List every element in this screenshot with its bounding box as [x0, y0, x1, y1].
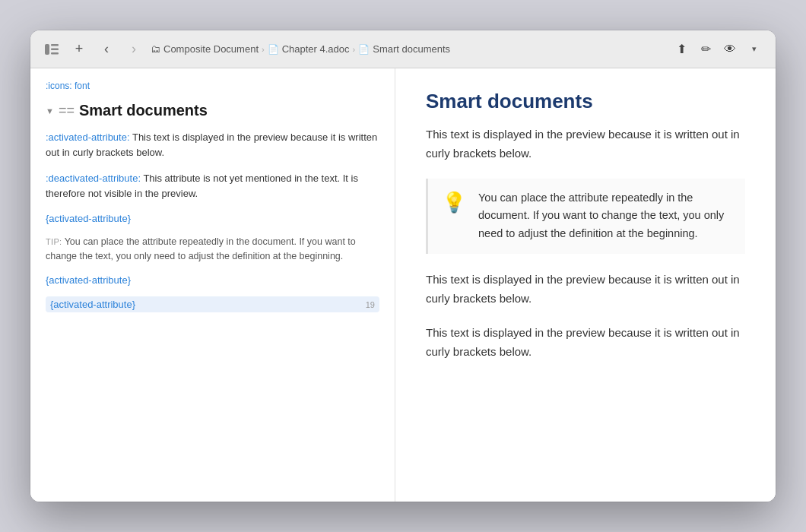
- curly-attr-3: {activated-attribute}: [50, 299, 135, 310]
- lightbulb-icon: 💡: [442, 191, 466, 244]
- preview-para-2: This text is displayed in the preview be…: [426, 271, 745, 309]
- add-button[interactable]: +: [68, 39, 90, 60]
- edit-button[interactable]: ✏: [695, 39, 716, 60]
- line-number: 19: [366, 300, 375, 309]
- breadcrumb-smart[interactable]: 📄 Smart documents: [358, 43, 450, 55]
- preview-title: Smart documents: [426, 90, 745, 113]
- icons-keyword: :icons: font: [46, 81, 90, 91]
- breadcrumb-composite[interactable]: 🗂 Composite Document: [151, 43, 259, 55]
- toolbar-right-buttons: ⬆ ✏ 👁 ▾: [671, 39, 765, 60]
- tip-callout-text: You can place the attribute repeatedly i…: [478, 189, 731, 244]
- main-content: :icons: font ▼ == Smart documents :activ…: [30, 68, 776, 502]
- preview-para-3: This text is displayed in the preview be…: [426, 324, 745, 362]
- icons-line: :icons: font: [46, 81, 379, 91]
- preview-para-1: This text is displayed in the preview be…: [426, 125, 745, 163]
- activated-attr-keyword: :activated-attribute:: [46, 131, 130, 143]
- activated-attr-block: :activated-attribute: This text is displ…: [46, 130, 379, 160]
- view-button[interactable]: 👁: [719, 39, 741, 60]
- composite-doc-icon: 🗂: [151, 43, 160, 55]
- curly-attr-1: {activated-attribute}: [46, 213, 379, 224]
- toolbar: + ‹ › 🗂 Composite Document › 📄 Chapter 4…: [30, 30, 776, 68]
- svg-rect-0: [45, 44, 49, 55]
- section-arrow-icon: ▼: [46, 106, 54, 116]
- chapter-icon: 📄: [268, 44, 279, 55]
- deactivated-attr-keyword: :deactivated-attribute:: [46, 173, 141, 184]
- forward-button[interactable]: ›: [123, 39, 144, 60]
- tip-label: TIP:: [46, 237, 62, 246]
- breadcrumb-chapter[interactable]: 📄 Chapter 4.adoc: [268, 43, 350, 55]
- tip-block: TIP: You can place the attribute repeate…: [46, 235, 379, 264]
- section-heading: ▼ == Smart documents: [46, 102, 379, 119]
- deactivated-attr-block: :deactivated-attribute: This attribute i…: [46, 171, 379, 201]
- svg-rect-1: [51, 44, 59, 46]
- svg-rect-3: [51, 52, 59, 55]
- share-button[interactable]: ⬆: [671, 39, 692, 60]
- preview-panel: Smart documents This text is displayed i…: [395, 68, 776, 502]
- highlighted-row[interactable]: {activated-attribute} 19: [46, 296, 379, 312]
- heading-text: Smart documents: [79, 102, 208, 119]
- breadcrumb-sep-1: ›: [262, 45, 265, 54]
- breadcrumb: 🗂 Composite Document › 📄 Chapter 4.adoc …: [151, 43, 665, 55]
- breadcrumb-label-chapter: Chapter 4.adoc: [282, 43, 350, 55]
- app-window: + ‹ › 🗂 Composite Document › 📄 Chapter 4…: [30, 30, 776, 502]
- tip-callout: 💡 You can place the attribute repeatedly…: [426, 179, 745, 255]
- svg-rect-2: [51, 48, 59, 50]
- breadcrumb-label-smart: Smart documents: [373, 43, 450, 55]
- editor-panel: :icons: font ▼ == Smart documents :activ…: [30, 68, 395, 502]
- breadcrumb-label-composite: Composite Document: [163, 43, 259, 55]
- heading-marks: ==: [59, 103, 75, 119]
- back-button[interactable]: ‹: [96, 39, 117, 60]
- breadcrumb-sep-2: ›: [353, 45, 356, 54]
- curly-attr-2: {activated-attribute}: [46, 274, 379, 286]
- sidebar-toggle-button[interactable]: [41, 39, 62, 60]
- tip-block-text: You can place the attribute repeatedly i…: [46, 236, 356, 261]
- smart-icon: 📄: [358, 44, 370, 55]
- view-dropdown-button[interactable]: ▾: [744, 39, 765, 60]
